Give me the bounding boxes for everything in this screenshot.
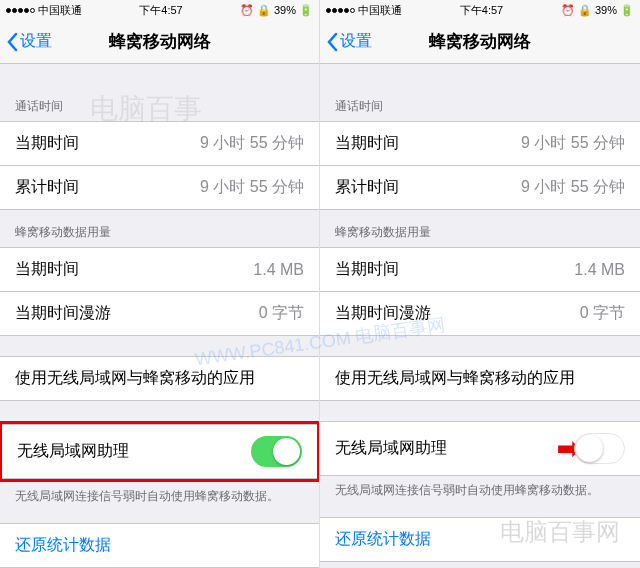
screen-left: 中国联通 下午4:57 ⏰ 🔒 39% 🔋 设置 蜂窝移动网络 电脑百事 通话时… [0,0,320,568]
row-data-current[interactable]: 当期时间 1.4 MB [0,247,319,292]
row-wifi-assist[interactable]: 无线局域网助理 ➡ [320,421,640,476]
screen-right: 中国联通 下午4:57 ⏰ 🔒 39% 🔋 设置 蜂窝移动网络 通话时间 当期时… [320,0,640,568]
assist-footer: 无线局域网连接信号弱时自动使用蜂窝移动数据。 [0,482,319,515]
label: 当期时间 [335,259,399,280]
value: 9 小时 55 分钟 [200,177,304,198]
section-header-calltime: 通话时间 [0,84,319,121]
page-title: 蜂窝移动网络 [429,30,531,53]
row-total-time[interactable]: 累计时间 9 小时 55 分钟 [0,166,319,210]
label: 当期时间漫游 [15,303,111,324]
carrier-label: 中国联通 [38,3,82,18]
value: 9 小时 55 分钟 [200,133,304,154]
label: 当期时间 [335,133,399,154]
page-title: 蜂窝移动网络 [109,30,211,53]
battery-pct: 39% [274,4,296,16]
status-time: 下午4:57 [460,3,503,18]
alarm-icon: ⏰ [561,4,575,17]
row-wifi-assist[interactable]: 无线局域网助理 [2,424,317,479]
value: 1.4 MB [253,261,304,279]
value: 9 小时 55 分钟 [521,177,625,198]
section-header-data: 蜂窝移动数据用量 [0,210,319,247]
chevron-left-icon [326,32,338,52]
row-reset-stats[interactable]: 还原统计数据 [320,517,640,562]
value: 9 小时 55 分钟 [521,133,625,154]
content: 通话时间 当期时间 9 小时 55 分钟 累计时间 9 小时 55 分钟 蜂窝移… [320,64,640,568]
row-current-time[interactable]: 当期时间 9 小时 55 分钟 [320,121,640,166]
chevron-left-icon [6,32,18,52]
row-apps[interactable]: 使用无线局域网与蜂窝移动的应用 [0,356,319,401]
row-data-roaming[interactable]: 当期时间漫游 0 字节 [0,292,319,336]
label: 无线局域网助理 [17,441,129,462]
label: 还原统计数据 [335,529,431,550]
label: 当期时间 [15,259,79,280]
back-button[interactable]: 设置 [0,31,52,52]
label: 当期时间漫游 [335,303,431,324]
nav-bar: 设置 蜂窝移动网络 [320,20,640,64]
row-reset-stats[interactable]: 还原统计数据 [0,523,319,568]
status-bar: 中国联通 下午4:57 ⏰ 🔒 39% 🔋 [320,0,640,20]
wifi-assist-toggle[interactable] [574,433,625,464]
row-data-roaming[interactable]: 当期时间漫游 0 字节 [320,292,640,336]
carrier-label: 中国联通 [358,3,402,18]
back-label: 设置 [340,31,372,52]
label: 使用无线局域网与蜂窝移动的应用 [15,368,255,389]
orientation-lock-icon: 🔒 [578,4,592,17]
row-apps[interactable]: 使用无线局域网与蜂窝移动的应用 [320,356,640,401]
value: 0 字节 [259,303,304,324]
content: 电脑百事 通话时间 当期时间 9 小时 55 分钟 累计时间 9 小时 55 分… [0,64,319,568]
orientation-lock-icon: 🔒 [257,4,271,17]
back-button[interactable]: 设置 [320,31,372,52]
value: 1.4 MB [574,261,625,279]
value: 0 字节 [580,303,625,324]
label: 累计时间 [15,177,79,198]
signal-icon [326,8,355,13]
signal-icon [6,8,35,13]
section-header-calltime: 通话时间 [320,84,640,121]
alarm-icon: ⏰ [240,4,254,17]
battery-icon: 🔋 [299,4,313,17]
label: 累计时间 [335,177,399,198]
label: 无线局域网助理 [335,438,447,459]
assist-footer: 无线局域网连接信号弱时自动使用蜂窝移动数据。 [320,476,640,509]
highlight-box: 无线局域网助理 [0,421,319,482]
row-current-time[interactable]: 当期时间 9 小时 55 分钟 [0,121,319,166]
status-bar: 中国联通 下午4:57 ⏰ 🔒 39% 🔋 [0,0,319,20]
row-total-time[interactable]: 累计时间 9 小时 55 分钟 [320,166,640,210]
label: 使用无线局域网与蜂窝移动的应用 [335,368,575,389]
row-data-current[interactable]: 当期时间 1.4 MB [320,247,640,292]
section-header-data: 蜂窝移动数据用量 [320,210,640,247]
label: 当期时间 [15,133,79,154]
back-label: 设置 [20,31,52,52]
status-time: 下午4:57 [139,3,182,18]
battery-pct: 39% [595,4,617,16]
wifi-assist-toggle[interactable] [251,436,302,467]
nav-bar: 设置 蜂窝移动网络 [0,20,319,64]
battery-icon: 🔋 [620,4,634,17]
reset-footer: 上一次还原时间：2016年9月1日 下午… [320,562,640,568]
label: 还原统计数据 [15,535,111,556]
